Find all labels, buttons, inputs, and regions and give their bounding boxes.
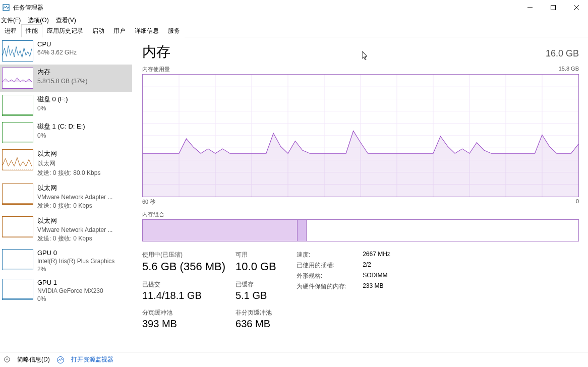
stat-3: 已缓存5.1 GB xyxy=(236,280,276,301)
svg-point-32 xyxy=(5,356,10,362)
tab-3[interactable]: 启动 xyxy=(88,24,109,37)
stat-0: 使用中(已压缩)5.6 GB (356 MB) xyxy=(142,251,225,273)
tab-2[interactable]: 应用历史记录 xyxy=(42,24,88,37)
spec-label-0: 速度: xyxy=(297,251,346,259)
sidebar-sub: Intel(R) Iris(R) Plus Graphics xyxy=(37,258,114,265)
detail-pane: 内存 16.0 GB 内存使用量 15.8 GB 60 秒 0 内存组合 使用中… xyxy=(132,37,588,352)
stat-label: 已缓存 xyxy=(236,280,276,289)
sidebar-thumb xyxy=(2,279,33,300)
sidebar-title: 以太网 xyxy=(37,216,112,225)
sidebar-item-6[interactable]: 以太网VMware Network Adapter ...发送: 0 接收: 0… xyxy=(0,213,132,246)
stat-2: 已提交11.4/18.1 GB xyxy=(142,280,225,301)
stat-5: 非分页缓冲池636 MB xyxy=(236,309,276,330)
maximize-button[interactable] xyxy=(542,0,565,15)
sidebar-item-3[interactable]: 磁盘 1 (C: D: E:)0% xyxy=(0,119,132,146)
stat-label: 分页缓冲池 xyxy=(142,309,225,317)
tabstrip: 进程性能应用历史记录启动用户详细信息服务 xyxy=(0,25,588,37)
sidebar-sub: 64% 3.62 GHz xyxy=(37,49,77,56)
sidebar-title: GPU 0 xyxy=(37,249,114,257)
stats-right: 速度:2667 MHz已使用的插槽:2/2外形规格:SODIMM为硬件保留的内存… xyxy=(297,251,390,330)
spec-label-2: 外形规格: xyxy=(297,272,346,280)
spec-label-1: 已使用的插槽: xyxy=(297,261,346,270)
tab-0[interactable]: 进程 xyxy=(0,24,21,37)
sidebar-thumb xyxy=(2,249,33,270)
spec-label-3: 为硬件保留的内存: xyxy=(297,282,346,291)
chart-axis-right: 0 xyxy=(576,198,579,206)
close-button[interactable] xyxy=(565,0,588,15)
stat-value: 11.4/18.1 GB xyxy=(142,290,225,301)
sidebar-sub: 以太网 xyxy=(37,159,100,168)
sidebar-title: 磁盘 0 (F:) xyxy=(37,95,68,104)
sidebar: CPU64% 3.62 GHz内存5.8/15.8 GB (37%)磁盘 0 (… xyxy=(0,37,132,352)
sidebar-thumb xyxy=(2,68,33,89)
sidebar-sub: VMware Network Adapter ... xyxy=(37,226,112,233)
sidebar-title: 以太网 xyxy=(37,184,112,193)
stat-value: 10.0 GB xyxy=(236,260,276,273)
composition-label: 内存组合 xyxy=(142,211,579,218)
footer: 简略信息(D) 打开资源监视器 xyxy=(0,352,588,367)
menubar: 文件(F) 选项(O) 查看(V) xyxy=(0,15,588,25)
stat-value: 5.1 GB xyxy=(236,290,276,301)
app-icon xyxy=(2,4,10,12)
sidebar-thumb xyxy=(2,95,33,116)
fewer-details-link[interactable]: 简略信息(D) xyxy=(17,355,50,364)
chevron-up-icon[interactable] xyxy=(4,356,10,363)
sidebar-sub2: 2% xyxy=(37,266,114,273)
sidebar-sub: VMware Network Adapter ... xyxy=(37,194,112,201)
sidebar-item-0[interactable]: CPU64% 3.62 GHz xyxy=(0,37,132,65)
sidebar-item-7[interactable]: GPU 0Intel(R) Iris(R) Plus Graphics2% xyxy=(0,246,132,276)
sidebar-item-1[interactable]: 内存5.8/15.8 GB (37%) xyxy=(0,65,132,92)
resmon-link[interactable]: 打开资源监视器 xyxy=(71,355,113,364)
stat-4: 分页缓冲池393 MB xyxy=(142,309,225,330)
sidebar-title: GPU 1 xyxy=(37,279,103,286)
sidebar-title: 内存 xyxy=(37,68,87,77)
sidebar-sub2: 发送: 0 接收: 0 Kbps xyxy=(37,234,112,243)
sidebar-item-5[interactable]: 以太网VMware Network Adapter ...发送: 0 接收: 0… xyxy=(0,180,132,213)
stat-value: 5.6 GB (356 MB) xyxy=(142,260,225,273)
sidebar-sub: 5.8/15.8 GB (37%) xyxy=(37,78,87,85)
stat-value: 636 MB xyxy=(236,318,276,330)
sidebar-item-8[interactable]: GPU 1NVIDIA GeForce MX2300% xyxy=(0,276,132,305)
stat-label: 可用 xyxy=(236,251,276,259)
menu-options[interactable]: 选项(O) xyxy=(28,16,48,25)
stat-1: 可用10.0 GB xyxy=(236,251,276,273)
spec-value-0: 2667 MHz xyxy=(363,251,390,259)
memory-usage-chart xyxy=(142,74,579,197)
menu-file[interactable]: 文件(F) xyxy=(1,16,21,25)
composition-bar xyxy=(142,219,579,241)
spec-value-1: 2/2 xyxy=(363,261,390,270)
tab-5[interactable]: 详细信息 xyxy=(130,24,163,37)
chart-axis-left: 60 秒 xyxy=(142,198,155,206)
spec-value-2: SODIMM xyxy=(363,272,390,280)
sidebar-title: 以太网 xyxy=(37,149,100,158)
svg-rect-2 xyxy=(551,6,556,10)
stat-value: 393 MB xyxy=(142,318,225,330)
sidebar-thumb xyxy=(2,40,33,62)
sidebar-thumb xyxy=(2,149,33,170)
stat-label: 已提交 xyxy=(142,280,225,289)
chart-label-left: 内存使用量 xyxy=(142,66,170,73)
minimize-button[interactable] xyxy=(518,0,542,15)
stat-label: 使用中(已压缩) xyxy=(142,251,225,259)
tab-4[interactable]: 用户 xyxy=(109,24,130,37)
detail-title: 内存 xyxy=(142,42,170,62)
tab-6[interactable]: 服务 xyxy=(163,24,185,37)
sidebar-sub: NVIDIA GeForce MX230 xyxy=(37,287,103,294)
sidebar-sub: 0% xyxy=(37,105,68,112)
stat-label: 非分页缓冲池 xyxy=(236,309,276,317)
detail-total: 16.0 GB xyxy=(546,48,579,59)
sidebar-title: CPU xyxy=(37,40,77,48)
menu-view[interactable]: 查看(V) xyxy=(56,16,76,25)
composition-modified xyxy=(298,220,307,241)
chart-label-right: 15.8 GB xyxy=(559,66,579,73)
tab-1[interactable]: 性能 xyxy=(21,24,42,37)
sidebar-thumb xyxy=(2,122,33,143)
sidebar-item-2[interactable]: 磁盘 0 (F:)0% xyxy=(0,92,132,119)
sidebar-thumb xyxy=(2,216,33,237)
sidebar-item-4[interactable]: 以太网以太网发送: 0 接收: 80.0 Kbps xyxy=(0,146,132,180)
composition-free xyxy=(307,220,578,241)
sidebar-sub: 0% xyxy=(37,132,85,139)
sidebar-thumb xyxy=(2,184,33,205)
sidebar-sub2: 发送: 0 接收: 80.0 Kbps xyxy=(37,169,100,177)
resmon-icon[interactable] xyxy=(57,356,64,363)
